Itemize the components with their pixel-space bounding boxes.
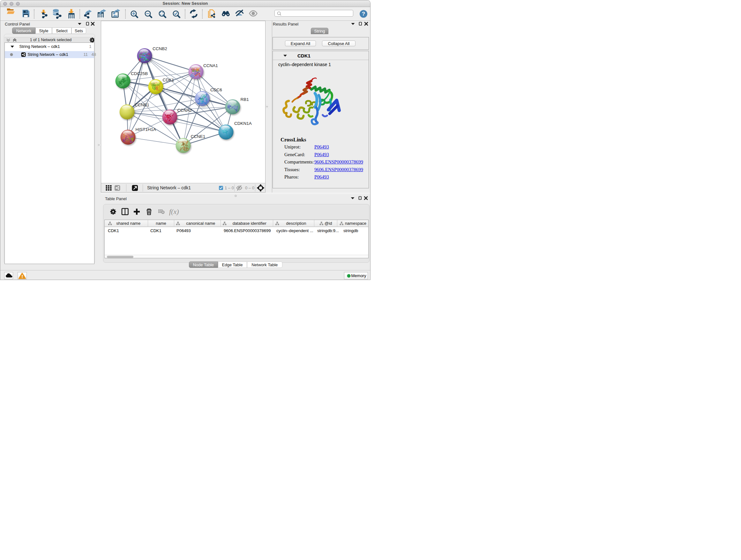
svg-text:f(x): f(x) xyxy=(169,207,179,215)
svg-text:?: ? xyxy=(362,11,365,17)
svg-text:CCNA2: CCNA2 xyxy=(178,108,192,113)
svg-text:CDKN1A: CDKN1A xyxy=(234,121,252,126)
svg-text:CDC25B: CDC25B xyxy=(131,71,148,76)
svg-text:CCNA1: CCNA1 xyxy=(203,63,218,68)
svg-text:CCNE1: CCNE1 xyxy=(191,134,205,139)
svg-text:CCNB2: CCNB2 xyxy=(152,46,167,51)
svg-text:RB1: RB1 xyxy=(241,97,249,102)
svg-text:HIST1H1A: HIST1H1A xyxy=(136,127,156,132)
svg-text:CDC6: CDC6 xyxy=(210,87,222,92)
svg-text:CDK1: CDK1 xyxy=(163,78,174,82)
svg-text:CCNB1: CCNB1 xyxy=(135,103,149,107)
